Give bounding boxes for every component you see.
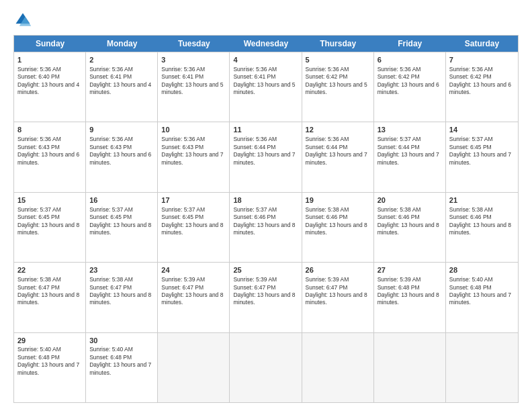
calendar-row: 29Sunrise: 5:40 AMSunset: 6:48 PMDayligh… bbox=[14, 332, 518, 402]
day-number: 19 bbox=[306, 195, 370, 205]
day-number: 20 bbox=[378, 195, 442, 205]
sunset: Sunset: 6:46 PM bbox=[233, 214, 275, 220]
sunset: Sunset: 6:47 PM bbox=[89, 284, 132, 291]
calendar-row: 15Sunrise: 5:37 AMSunset: 6:45 PMDayligh… bbox=[14, 192, 518, 262]
daylight: Daylight: 13 hours and 7 minutes. bbox=[17, 361, 79, 375]
calendar-cell bbox=[446, 333, 518, 402]
sunrise: Sunrise: 5:36 AM bbox=[17, 66, 61, 73]
sunset: Sunset: 6:40 PM bbox=[17, 73, 60, 80]
sunset: Sunset: 6:42 PM bbox=[306, 73, 348, 80]
daylight: Daylight: 13 hours and 7 minutes. bbox=[306, 151, 367, 165]
sunrise: Sunrise: 5:39 AM bbox=[233, 276, 277, 283]
calendar: SundayMondayTuesdayWednesdayThursdayFrid… bbox=[13, 35, 519, 403]
daylight: Daylight: 13 hours and 6 minutes. bbox=[449, 81, 511, 95]
day-number: 12 bbox=[306, 125, 370, 135]
sunset: Sunset: 6:47 PM bbox=[161, 284, 204, 291]
calendar-body: 1Sunrise: 5:36 AMSunset: 6:40 PMDaylight… bbox=[14, 52, 518, 402]
day-number: 5 bbox=[306, 55, 370, 65]
sunrise: Sunrise: 5:40 AM bbox=[449, 276, 493, 283]
day-number: 25 bbox=[233, 265, 298, 275]
calendar-cell: 5Sunrise: 5:36 AMSunset: 6:42 PMDaylight… bbox=[302, 52, 374, 122]
calendar-header-cell: Sunday bbox=[14, 36, 86, 52]
page: SundayMondayTuesdayWednesdayThursdayFrid… bbox=[0, 0, 532, 411]
calendar-cell bbox=[230, 333, 302, 402]
sunrise: Sunrise: 5:37 AM bbox=[89, 206, 133, 213]
sunrise: Sunrise: 5:36 AM bbox=[233, 136, 277, 142]
daylight: Daylight: 13 hours and 8 minutes. bbox=[17, 291, 79, 306]
calendar-cell bbox=[302, 333, 374, 402]
sunset: Sunset: 6:42 PM bbox=[378, 73, 420, 80]
daylight: Daylight: 13 hours and 7 minutes. bbox=[449, 151, 511, 165]
calendar-cell: 3Sunrise: 5:36 AMSunset: 6:41 PMDaylight… bbox=[158, 52, 230, 122]
day-number: 28 bbox=[449, 265, 515, 275]
daylight: Daylight: 13 hours and 8 minutes. bbox=[161, 222, 223, 236]
day-number: 2 bbox=[89, 55, 154, 65]
sunset: Sunset: 6:44 PM bbox=[378, 144, 420, 150]
day-number: 9 bbox=[89, 125, 154, 135]
sunrise: Sunrise: 5:36 AM bbox=[89, 136, 133, 142]
daylight: Daylight: 13 hours and 5 minutes. bbox=[161, 81, 223, 95]
calendar-cell: 23Sunrise: 5:38 AMSunset: 6:47 PMDayligh… bbox=[86, 263, 158, 332]
calendar-cell: 21Sunrise: 5:38 AMSunset: 6:46 PMDayligh… bbox=[446, 193, 518, 262]
calendar-cell: 10Sunrise: 5:36 AMSunset: 6:43 PMDayligh… bbox=[158, 122, 230, 191]
sunset: Sunset: 6:44 PM bbox=[306, 144, 348, 150]
sunset: Sunset: 6:48 PM bbox=[378, 284, 420, 291]
calendar-cell: 16Sunrise: 5:37 AMSunset: 6:45 PMDayligh… bbox=[86, 193, 158, 262]
day-number: 13 bbox=[378, 125, 442, 135]
sunrise: Sunrise: 5:40 AM bbox=[17, 346, 61, 353]
sunset: Sunset: 6:46 PM bbox=[378, 214, 420, 220]
day-number: 14 bbox=[449, 125, 515, 135]
calendar-cell: 18Sunrise: 5:37 AMSunset: 6:46 PMDayligh… bbox=[230, 193, 302, 262]
calendar-row: 8Sunrise: 5:36 AMSunset: 6:43 PMDaylight… bbox=[14, 122, 518, 191]
sunrise: Sunrise: 5:36 AM bbox=[161, 136, 205, 142]
calendar-header-cell: Tuesday bbox=[158, 36, 230, 52]
sunset: Sunset: 6:48 PM bbox=[449, 284, 492, 291]
sunrise: Sunrise: 5:38 AM bbox=[306, 206, 349, 213]
calendar-cell: 26Sunrise: 5:39 AMSunset: 6:47 PMDayligh… bbox=[302, 263, 374, 332]
sunrise: Sunrise: 5:36 AM bbox=[89, 66, 133, 73]
sunrise: Sunrise: 5:36 AM bbox=[233, 66, 277, 73]
sunrise: Sunrise: 5:36 AM bbox=[449, 66, 493, 73]
logo-icon bbox=[13, 11, 32, 30]
calendar-cell: 24Sunrise: 5:39 AMSunset: 6:47 PMDayligh… bbox=[158, 263, 230, 332]
sunset: Sunset: 6:45 PM bbox=[161, 214, 204, 220]
sunset: Sunset: 6:47 PM bbox=[233, 284, 275, 291]
sunrise: Sunrise: 5:37 AM bbox=[233, 206, 277, 213]
daylight: Daylight: 13 hours and 5 minutes. bbox=[233, 81, 295, 95]
calendar-cell: 13Sunrise: 5:37 AMSunset: 6:44 PMDayligh… bbox=[374, 122, 446, 191]
calendar-cell: 4Sunrise: 5:36 AMSunset: 6:41 PMDaylight… bbox=[230, 52, 302, 122]
daylight: Daylight: 13 hours and 4 minutes. bbox=[89, 81, 151, 95]
daylight: Daylight: 13 hours and 6 minutes. bbox=[17, 151, 79, 165]
calendar-cell: 2Sunrise: 5:36 AMSunset: 6:41 PMDaylight… bbox=[86, 52, 158, 122]
daylight: Daylight: 13 hours and 8 minutes. bbox=[449, 222, 511, 236]
day-number: 30 bbox=[89, 336, 154, 346]
sunset: Sunset: 6:47 PM bbox=[17, 284, 60, 291]
calendar-cell bbox=[374, 333, 446, 402]
day-number: 21 bbox=[449, 195, 515, 205]
daylight: Daylight: 13 hours and 7 minutes. bbox=[233, 151, 295, 165]
calendar-cell: 14Sunrise: 5:37 AMSunset: 6:45 PMDayligh… bbox=[446, 122, 518, 191]
calendar-row: 1Sunrise: 5:36 AMSunset: 6:40 PMDaylight… bbox=[14, 52, 518, 122]
daylight: Daylight: 13 hours and 8 minutes. bbox=[89, 222, 151, 236]
sunrise: Sunrise: 5:36 AM bbox=[306, 136, 349, 142]
calendar-cell: 22Sunrise: 5:38 AMSunset: 6:47 PMDayligh… bbox=[14, 263, 86, 332]
daylight: Daylight: 13 hours and 7 minutes. bbox=[449, 291, 511, 306]
calendar-header-cell: Saturday bbox=[446, 36, 518, 52]
calendar-row: 22Sunrise: 5:38 AMSunset: 6:47 PMDayligh… bbox=[14, 262, 518, 332]
daylight: Daylight: 13 hours and 5 minutes. bbox=[306, 81, 367, 95]
sunrise: Sunrise: 5:40 AM bbox=[89, 346, 133, 353]
calendar-cell: 30Sunrise: 5:40 AMSunset: 6:48 PMDayligh… bbox=[86, 333, 158, 402]
daylight: Daylight: 13 hours and 8 minutes. bbox=[378, 291, 439, 306]
sunrise: Sunrise: 5:38 AM bbox=[17, 276, 61, 283]
day-number: 16 bbox=[89, 195, 154, 205]
sunset: Sunset: 6:45 PM bbox=[449, 144, 492, 150]
daylight: Daylight: 13 hours and 7 minutes. bbox=[378, 151, 439, 165]
daylight: Daylight: 13 hours and 6 minutes. bbox=[378, 81, 439, 95]
sunset: Sunset: 6:41 PM bbox=[89, 73, 132, 80]
calendar-cell: 20Sunrise: 5:38 AMSunset: 6:46 PMDayligh… bbox=[374, 193, 446, 262]
calendar-header: SundayMondayTuesdayWednesdayThursdayFrid… bbox=[14, 36, 518, 52]
daylight: Daylight: 13 hours and 4 minutes. bbox=[17, 81, 79, 95]
calendar-cell: 8Sunrise: 5:36 AMSunset: 6:43 PMDaylight… bbox=[14, 122, 86, 191]
calendar-cell: 9Sunrise: 5:36 AMSunset: 6:43 PMDaylight… bbox=[86, 122, 158, 191]
day-number: 3 bbox=[161, 55, 226, 65]
